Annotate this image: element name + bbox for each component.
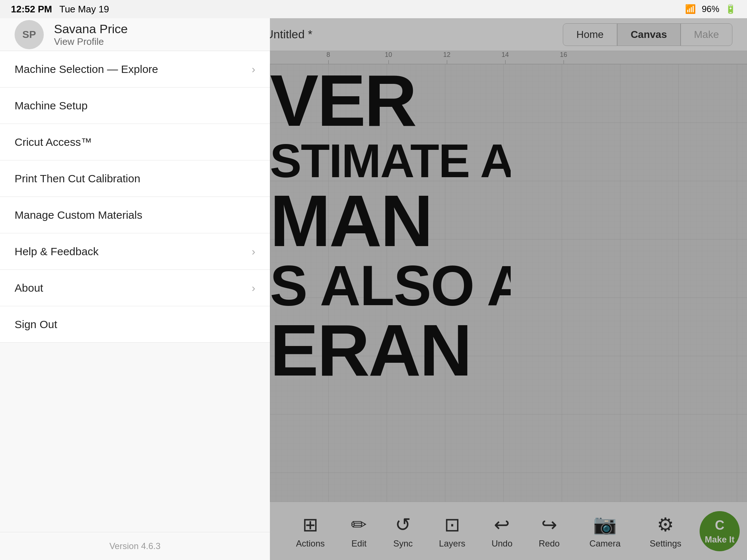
wifi-icon: 📶 bbox=[685, 4, 696, 14]
menu-item-print-cut[interactable]: Print Then Cut Calibration bbox=[0, 160, 270, 197]
sidebar-overlay[interactable] bbox=[270, 18, 747, 560]
user-info: Savana Price View Profile bbox=[54, 22, 128, 47]
menu-label-custom-materials: Manage Custom Materials bbox=[15, 209, 142, 221]
sidebar: SP Savana Price View Profile Machine Sel… bbox=[0, 18, 270, 560]
menu-label-machine-selection: Machine Selection — Explore bbox=[15, 63, 158, 75]
menu-item-machine-selection[interactable]: Machine Selection — Explore › bbox=[0, 51, 270, 88]
menu-item-about[interactable]: About › bbox=[0, 270, 270, 306]
status-right-icons: 📶 96% 🔋 bbox=[685, 4, 736, 14]
menu-item-machine-setup[interactable]: Machine Setup bbox=[0, 88, 270, 124]
menu-label-cricut-access: Cricut Access™ bbox=[15, 136, 92, 148]
menu-label-print-cut: Print Then Cut Calibration bbox=[15, 172, 140, 185]
sidebar-menu: Machine Selection — Explore › Machine Se… bbox=[0, 51, 270, 532]
chevron-right-icon: › bbox=[252, 63, 255, 75]
menu-item-custom-materials[interactable]: Manage Custom Materials bbox=[0, 197, 270, 233]
username: Savana Price bbox=[54, 22, 128, 36]
menu-label-about: About bbox=[15, 282, 43, 294]
menu-label-sign-out: Sign Out bbox=[15, 318, 57, 331]
menu-item-help[interactable]: Help & Feedback › bbox=[0, 233, 270, 270]
battery-percent: 96% bbox=[702, 4, 719, 14]
menu-item-cricut-access[interactable]: Cricut Access™ bbox=[0, 124, 270, 160]
sidebar-header: SP Savana Price View Profile bbox=[0, 18, 270, 51]
avatar: SP bbox=[15, 20, 44, 49]
version-text: Version 4.6.3 bbox=[0, 532, 270, 560]
status-date: Tue May 19 bbox=[59, 4, 109, 15]
menu-label-machine-setup: Machine Setup bbox=[15, 100, 88, 112]
chevron-right-icon: › bbox=[252, 245, 255, 258]
menu-item-sign-out[interactable]: Sign Out bbox=[0, 306, 270, 343]
battery-icon: 🔋 bbox=[725, 4, 736, 14]
menu-label-help: Help & Feedback bbox=[15, 245, 98, 258]
view-profile-link[interactable]: View Profile bbox=[54, 36, 128, 47]
chevron-right-icon: › bbox=[252, 282, 255, 294]
status-time: 12:52 PM bbox=[11, 4, 52, 15]
status-bar: 12:52 PM Tue May 19 📶 96% 🔋 bbox=[0, 0, 747, 18]
